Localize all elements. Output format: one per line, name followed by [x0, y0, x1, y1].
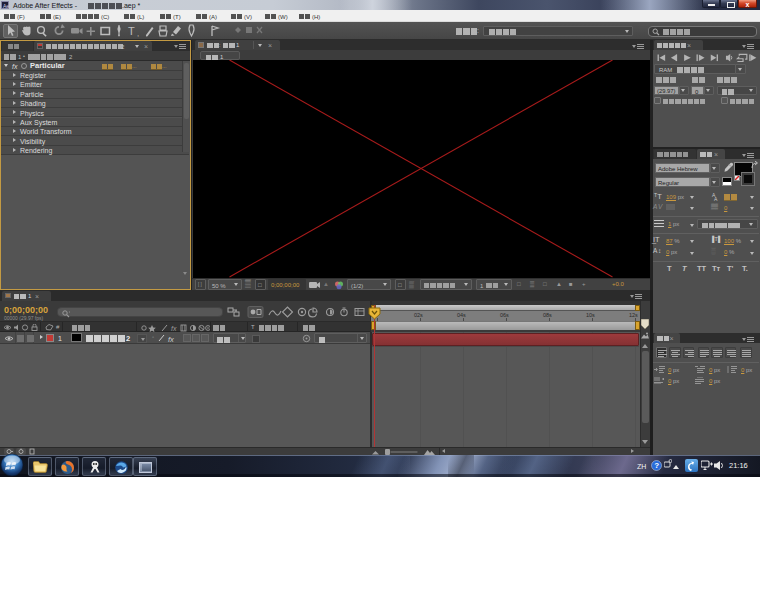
svg-text:fx: fx: [171, 325, 177, 332]
svg-text:A: A: [714, 196, 718, 201]
svg-text:fx: fx: [168, 335, 174, 343]
svg-text:,: ,: [137, 29, 139, 38]
svg-text:?: ?: [654, 461, 659, 470]
svg-text:T: T: [128, 25, 135, 37]
